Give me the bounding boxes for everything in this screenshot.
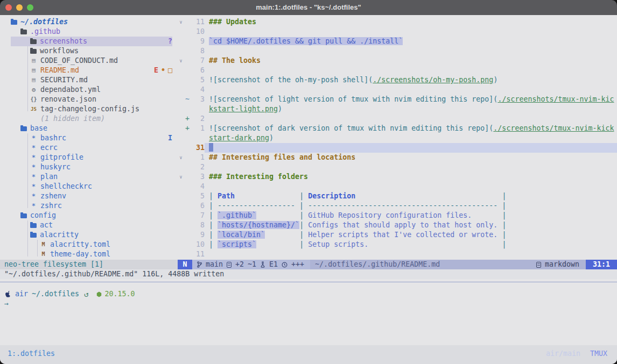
tree-item-tag-changelog-config-js[interactable]: JS tag-changelog-config.js [0, 104, 178, 114]
tree-item-alacritty[interactable]: alacritty [0, 230, 178, 240]
tree-item-readme-md[interactable]: ▤ README.md E•□ [0, 66, 178, 75]
fold-column[interactable] [178, 124, 184, 133]
git-status-badge: □ [168, 66, 172, 75]
editor-line[interactable]: 6 [178, 66, 617, 75]
tree-item--github[interactable]: .github [0, 27, 178, 37]
fold-column[interactable] [178, 191, 184, 201]
fold-column[interactable]: ∨ [178, 153, 184, 162]
line-text [205, 46, 617, 56]
tree-item-shellcheckrc[interactable]: * shellcheckrc [0, 182, 178, 191]
editor-line[interactable]: ∨ 7 ## The looks [178, 56, 617, 66]
editor-line[interactable]: 8 | `hosts/{hostname}/`| Configs that sh… [178, 220, 617, 230]
tree-item-dependabot-yml[interactable]: ⚙ dependabot.yml [0, 85, 178, 95]
fold-column[interactable] [178, 37, 184, 46]
tree-item-screenshots[interactable]: screenshots ? [0, 37, 178, 46]
tree-item-alacritty-toml[interactable]: M alacritty.toml [0, 240, 178, 249]
editor-line[interactable]: ∨ 1 ## Interesting files and locations [178, 153, 617, 162]
markdown-link[interactable]: ./screenshots/oh-my-posh.png [373, 76, 493, 84]
neo-tree-panel[interactable]: ~/.dotfiles .github screenshots ? workfl… [0, 15, 178, 260]
editor-line[interactable]: 4 [178, 182, 617, 191]
editor-line[interactable]: start-dark.png) [178, 133, 617, 143]
fold-column[interactable] [178, 240, 184, 249]
fold-column[interactable]: ∨ [178, 56, 184, 66]
minimize-button[interactable] [16, 4, 23, 11]
line-number: 7 [191, 56, 205, 66]
tree-item-bashrc[interactable]: * bashrc I [0, 133, 178, 143]
titlebar: main:1:.dotfiles - "ks~/.dotfiles" [0, 0, 617, 15]
tree-item-workflows[interactable]: workflows [0, 46, 178, 56]
editor-line[interactable]: 2 [178, 162, 617, 172]
fold-column[interactable] [178, 182, 184, 191]
tree-item-gitprofile[interactable]: * gitprofile [0, 153, 178, 162]
fold-column[interactable] [178, 249, 184, 259]
editor-line[interactable]: 7 | `.github` | GitHub Repository config… [178, 211, 617, 220]
tree-item--1-hidden-item-[interactable]: (1 hidden item) [0, 114, 178, 124]
markdown-link[interactable]: ./screenshots/tmux-nvim-kic [497, 95, 614, 103]
editor-line[interactable]: 10 | `scripts` | Setup scripts. | [178, 240, 617, 249]
tree-item-ecrc[interactable]: * ecrc [0, 143, 178, 153]
fold-column[interactable]: ∨ [178, 172, 184, 182]
tree-item-theme-day-toml[interactable]: M theme-day.toml [0, 249, 178, 259]
fold-column[interactable]: ∨ [178, 17, 184, 27]
fold-column[interactable] [178, 95, 184, 104]
fold-column[interactable] [178, 114, 184, 124]
sign-column [184, 143, 191, 153]
sign-column: + [184, 124, 191, 133]
tree-item-act[interactable]: act [0, 220, 178, 230]
editor-line[interactable]: 5 ![screenshot of the oh-my-posh shell](… [178, 75, 617, 85]
tree-item-zshenv[interactable]: * zshenv [0, 191, 178, 201]
editor-line[interactable]: ∨ 11 ### Updates [178, 17, 617, 27]
editor-line[interactable]: 5 | Path | Description | [178, 191, 617, 201]
line-text: | `hosts/{hostname}/`| Configs that shou… [205, 220, 617, 230]
fold-column[interactable] [178, 46, 184, 56]
editor-line[interactable]: 31 [178, 143, 617, 153]
fold-column[interactable] [178, 75, 184, 85]
tree-item-base[interactable]: base [0, 124, 178, 133]
fold-column[interactable] [178, 85, 184, 95]
editor-line[interactable]: ~ 3 ![screenshot of light version of tmu… [178, 95, 617, 104]
shell-pane[interactable]: air ~/.dotfiles ↺ 20.15.0 → [0, 282, 617, 345]
star-icon: * [30, 162, 37, 172]
tree-item-renovate-json[interactable]: {} renovate.json [0, 95, 178, 104]
line-text: | Path | Description | [205, 191, 617, 201]
fold-column[interactable] [178, 133, 184, 143]
tree-item-code-of-conduct-md[interactable]: ▤ CODE_OF_CONDUCT.md [0, 56, 178, 66]
fold-column[interactable] [178, 27, 184, 37]
zoom-button[interactable] [27, 4, 33, 11]
fold-column[interactable] [178, 162, 184, 172]
fold-column[interactable] [178, 143, 184, 153]
fold-column[interactable] [178, 220, 184, 230]
editor-line[interactable]: + 2 [178, 114, 617, 124]
markdown-link[interactable]: ./screenshots/tmux-nvim-kick [493, 124, 614, 132]
fold-column[interactable] [178, 104, 184, 114]
fold-column[interactable] [178, 211, 184, 220]
tree-item-huskyrc[interactable]: * huskyrc [0, 162, 178, 172]
star-icon: * [30, 182, 37, 191]
markdown-link[interactable]: start-dark.png [209, 134, 269, 142]
editor-line[interactable]: kstart-light.png) [178, 104, 617, 114]
line-number: 9 [191, 230, 205, 240]
tree-item--dotfiles[interactable]: ~/.dotfiles [0, 17, 178, 27]
editor-line[interactable]: 6 | ------------------ | ---------------… [178, 201, 617, 211]
line-number: 11 [191, 17, 205, 27]
editor-line[interactable]: 11 [178, 249, 617, 259]
fold-column[interactable] [178, 201, 184, 211]
editor-line[interactable]: + 1 ![screenshot of dark version of tmux… [178, 124, 617, 133]
editor-line[interactable]: 10 [178, 27, 617, 37]
markdown-link[interactable]: kstart-light.png [209, 105, 278, 113]
editor-line[interactable]: 9 | `local/bin` | Helper scripts that I'… [178, 230, 617, 240]
editor-line[interactable]: 8 [178, 46, 617, 56]
tmux-window-name[interactable]: 1:.dotfiles [8, 349, 55, 364]
fold-column[interactable] [178, 66, 184, 75]
fold-column[interactable] [178, 230, 184, 240]
close-button[interactable] [5, 4, 12, 11]
editor-line[interactable]: ∨ 3 ### Interesting folders [178, 172, 617, 182]
tree-item-zshrc[interactable]: * zshrc [0, 201, 178, 211]
editor-pane[interactable]: ∨ 11 ### Updates 10 9 `cd $HOME/.dotfile… [178, 15, 617, 260]
editor-line[interactable]: 4 [178, 85, 617, 95]
tree-item-plan[interactable]: * plan [0, 172, 178, 182]
tree-item-security-md[interactable]: ▤ SECURITY.md [0, 75, 178, 85]
tree-item-config[interactable]: config [0, 211, 178, 220]
text-segment: | ------------------ | -----------------… [209, 202, 506, 210]
editor-line[interactable]: 9 `cd $HOME/.dotfiles && git pull && ./i… [178, 37, 617, 46]
